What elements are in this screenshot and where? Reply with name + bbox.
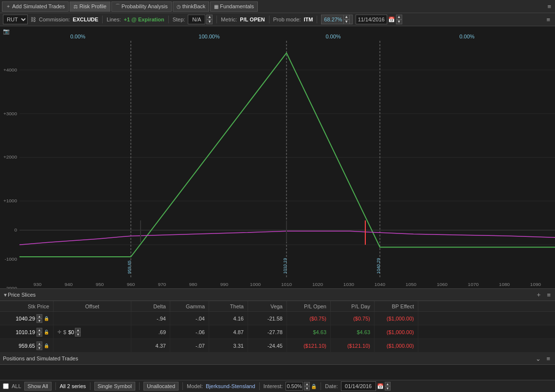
add-simulated-trades-button[interactable]: ＋ Add Simulated Trades	[2, 1, 69, 12]
price-up-1[interactable]: ▲	[36, 314, 42, 319]
col-delta: Delta	[131, 301, 170, 311]
interest-label: Interest:	[264, 383, 283, 389]
vega-cell-3: -24.45	[248, 339, 287, 352]
svg-text:0.00%: 0.00%	[70, 34, 85, 39]
interest-box: ▲ ▼ 🔒	[286, 382, 317, 391]
col-stk-price: Stk Price	[0, 301, 54, 311]
pl-day-cell-1: ($0.75)	[331, 312, 375, 325]
svg-text:980: 980	[189, 282, 197, 287]
probmode-label: Prob mode:	[273, 17, 301, 22]
pct-up[interactable]: ▲	[343, 15, 350, 19]
svg-text:970: 970	[158, 282, 166, 287]
bottom-date-box: 📅 ▲ ▼	[341, 381, 391, 391]
metric-value: P/L OPEN	[240, 17, 265, 22]
bp-effect-cell-1: ($1,000.00)	[375, 312, 418, 325]
date-up[interactable]: ▲	[396, 15, 402, 19]
lock-icon-3[interactable]: 🔒	[44, 343, 49, 348]
show-all-button[interactable]: Show All	[24, 382, 52, 391]
svg-text:+3000: +3000	[3, 111, 18, 116]
camera-icon[interactable]: 📷	[3, 28, 10, 34]
bottom-calendar-icon[interactable]: 📅	[377, 383, 384, 390]
price-down-3[interactable]: ▼	[36, 346, 42, 350]
price-up-3[interactable]: ▲	[36, 341, 42, 346]
date-down[interactable]: ▼	[396, 19, 402, 24]
positions-title: Positions and Simulated Trades	[3, 356, 78, 361]
price-up-2[interactable]: ▲	[36, 328, 42, 332]
date-down-bottom[interactable]: ▼	[385, 386, 391, 391]
add-slice-button[interactable]: ＋	[534, 290, 543, 300]
date-input[interactable]	[356, 15, 387, 24]
thinkback-button[interactable]: ◷ thinkBack	[173, 1, 210, 12]
interest-lock[interactable]: 🔒	[311, 384, 317, 389]
second-menu-icon[interactable]: ≡	[544, 16, 552, 23]
offset-up-2[interactable]: ▲	[75, 328, 81, 332]
price-down-1[interactable]: ▼	[36, 319, 42, 323]
percentage-box: 68.27% ▲ ▼	[321, 15, 352, 24]
positions-expand-icon[interactable]: ⌄	[534, 355, 543, 362]
price-slices-header: ▼ Price Slices ＋ ≡	[0, 289, 555, 301]
symbol-select[interactable]: RUT	[3, 15, 28, 24]
svg-text:1000: 1000	[250, 282, 261, 287]
lock-icon-1[interactable]: 🔒	[44, 316, 49, 321]
step-stepper: ▲ ▼	[206, 15, 213, 24]
commission-value: EXCLUDE	[73, 17, 99, 22]
date-up-bottom[interactable]: ▲	[385, 382, 391, 386]
single-symbol-button[interactable]: Single Symbol	[94, 382, 135, 391]
price-down-2[interactable]: ▼	[36, 332, 42, 337]
dollar-icon[interactable]: $	[63, 329, 66, 335]
step-input[interactable]	[188, 15, 205, 24]
risk-profile-button[interactable]: ⚖ Risk Profile	[70, 1, 110, 12]
theta-cell-2: 4.87	[209, 325, 248, 339]
gamma-cell-2: -.06	[170, 325, 209, 339]
svg-text:940: 940	[65, 282, 73, 287]
plus-icon: ＋	[6, 3, 11, 10]
unallocated-button[interactable]: Unallocated	[143, 382, 179, 391]
svg-text:0: 0	[14, 227, 17, 232]
svg-text:1060: 1060	[437, 282, 448, 287]
pct-down[interactable]: ▼	[343, 19, 350, 24]
delta-cell-2: .69	[131, 325, 170, 339]
model-value: Bjerksund-Stensland	[206, 383, 255, 389]
calendar-icon[interactable]: 📅	[388, 17, 395, 23]
step-up[interactable]: ▲	[206, 15, 213, 19]
interest-input[interactable]	[286, 382, 303, 391]
fundamentals-button[interactable]: ▦ Fundamentals	[210, 1, 258, 12]
svg-text:1080: 1080	[499, 282, 510, 287]
price-slices-title: Price Slices	[8, 292, 36, 298]
delta-cell-1: -.94	[131, 312, 170, 325]
offset-cursor-icon: ✛	[57, 329, 61, 335]
collapse-icon[interactable]: ▼	[3, 292, 8, 298]
svg-text:960: 960	[127, 282, 135, 287]
price-cell-3: 959.65 ▲ ▼ 🔒	[0, 339, 54, 352]
probability-analysis-button[interactable]: ⌒ Probability Analysis	[111, 1, 172, 12]
table-row: 1040.29 ▲ ▼ 🔒 -.94 -.04 4.16 -21.58 ($0.…	[0, 312, 555, 325]
all-checkbox[interactable]	[3, 383, 9, 389]
lines-value: +1 @ Expiration	[124, 17, 164, 22]
offset-down-2[interactable]: ▼	[75, 332, 81, 337]
col-gamma: Gamma	[170, 301, 209, 311]
interest-down[interactable]: ▼	[304, 386, 310, 391]
price-stepper-3: ▲ ▼	[36, 341, 42, 350]
interest-up[interactable]: ▲	[304, 382, 310, 386]
vega-cell-2: -27.78	[248, 325, 287, 339]
interest-stepper: ▲ ▼	[304, 382, 310, 391]
thinkback-icon: ◷	[177, 4, 181, 9]
positions-menu-icon[interactable]: ≡	[544, 355, 552, 362]
table-row: 1010.19 ▲ ▼ 🔓 ✛ $ $0 ▲ ▼ .69 -.06 4.87 -…	[0, 325, 555, 339]
lock-icon-2[interactable]: 🔓	[44, 330, 49, 335]
pl-open-cell-2: $4.63	[287, 325, 331, 339]
theta-cell-1: 4.16	[209, 312, 248, 325]
bottom-date-input[interactable]	[341, 381, 376, 391]
step-down[interactable]: ▼	[206, 19, 213, 24]
slice-menu-button[interactable]: ≡	[545, 290, 552, 300]
svg-text:-1000: -1000	[4, 256, 17, 262]
top-menu-icon[interactable]: ≡	[545, 3, 553, 10]
svg-text:0.00%: 0.00%	[459, 34, 474, 39]
table-header: Stk Price Offset Delta Gamma Theta Vega …	[0, 301, 555, 312]
pl-open-cell-3: ($121.10)	[287, 339, 331, 352]
svg-text:+2000: +2000	[3, 155, 18, 160]
bottom-toolbar: ALL Show All All 2 series Single Symbol …	[0, 380, 555, 392]
svg-text:1070: 1070	[468, 282, 479, 287]
step-control: ▲ ▼	[188, 15, 213, 24]
svg-text:1030: 1030	[343, 282, 355, 287]
